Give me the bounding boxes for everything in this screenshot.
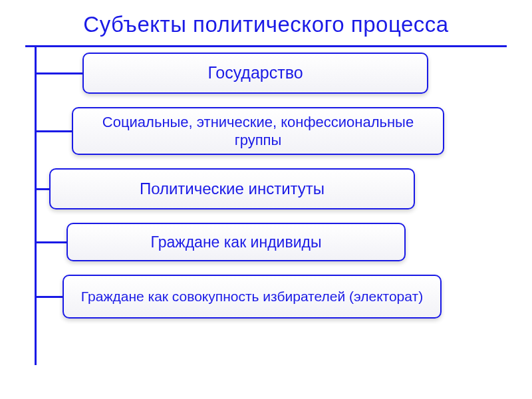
horizontal-connector [35, 72, 82, 74]
diagram-row: Государство [35, 53, 532, 94]
hierarchy-diagram: Государство Социальные, этнические, конф… [35, 47, 532, 319]
node-citizens-individuals: Граждане как индивиды [66, 223, 406, 261]
node-social-groups: Социальные, этнические, конфессиональные… [72, 107, 444, 155]
diagram-row: Политические институты [35, 168, 532, 209]
horizontal-connector [35, 241, 66, 243]
diagram-row: Граждане как совокупность избирателей (э… [35, 275, 532, 319]
node-electorate: Граждане как совокупность избирателей (э… [63, 275, 442, 319]
diagram-row: Граждане как индивиды [35, 223, 532, 261]
node-state: Государство [82, 53, 428, 94]
diagram-row: Социальные, этнические, конфессиональные… [35, 107, 532, 155]
horizontal-connector [35, 188, 49, 190]
horizontal-connector [35, 130, 72, 132]
horizontal-connector [35, 296, 63, 298]
page-title: Субъекты политического процесса [0, 0, 532, 45]
node-political-institutes: Политические институты [49, 168, 415, 209]
